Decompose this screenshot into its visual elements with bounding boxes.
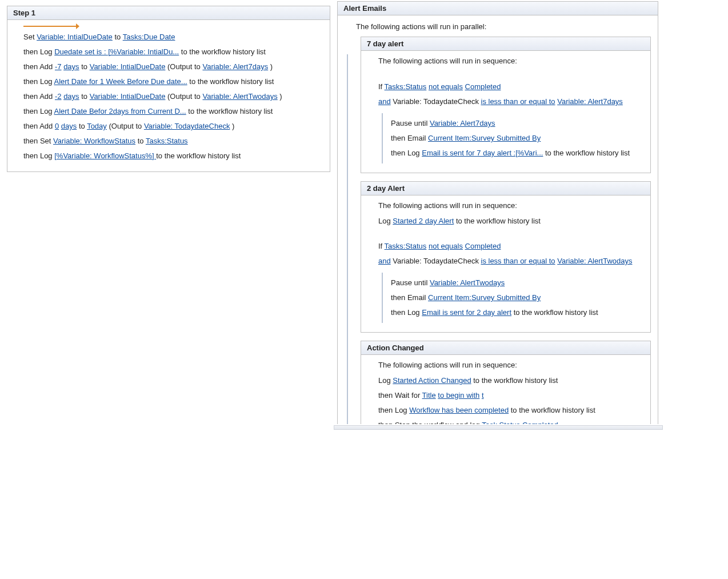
- bottom-divider: [334, 425, 663, 430]
- right-viewport: Alert Emails The following actions will …: [337, 1, 659, 424]
- action-log-2days[interactable]: then Log Alert Date Befor 2days from Cur…: [23, 106, 319, 117]
- seven-day-header[interactable]: 7 day alert: [361, 37, 650, 51]
- two-day-header[interactable]: 2 day Alert: [361, 182, 650, 195]
- two-email[interactable]: then Email Current Item:Survey Submitted…: [391, 292, 640, 304]
- action-log-workflow-status[interactable]: then Log [%Variable: WorkflowStatus%] to…: [23, 150, 319, 162]
- action-set-initial-due[interactable]: Set Variable: IntialDueDate to Tasks:Due…: [23, 31, 319, 43]
- ac-log-completed[interactable]: then Log Workflow has been completed to …: [378, 405, 640, 416]
- seven-log[interactable]: then Log Email is sent for 7 day alert :…: [391, 147, 640, 159]
- two-log[interactable]: then Log Email is sent for 2 day alert t…: [391, 307, 640, 318]
- alert-emails-title: Alert Emails: [343, 4, 386, 13]
- link-log-1[interactable]: Duedate set is : [%Variable: IntialDu...: [54, 47, 179, 56]
- seven-cond-2[interactable]: and Variable: TodaydateCheck is less tha…: [378, 96, 640, 107]
- action-add-minus-2[interactable]: then Add -2 days to Variable: IntialDueD…: [23, 91, 319, 102]
- ac-log-start[interactable]: Log Started Action Changed to the workfl…: [378, 375, 640, 386]
- seven-pause[interactable]: Pause until Variable: Alert7days: [391, 118, 640, 129]
- two-pause[interactable]: Pause until Variable: AlertTwodays: [391, 277, 640, 289]
- two-cond-1[interactable]: If Tasks:Status not equals Completed: [378, 241, 640, 252]
- action-changed-panel: Action Changed The following actions wil…: [361, 341, 651, 424]
- parallel-note: The following actions will run in parall…: [356, 22, 651, 31]
- link-var-initial-due[interactable]: Variable: IntialDueDate: [37, 33, 113, 41]
- ac-wait-for[interactable]: then Wait for Title to begin with t: [378, 390, 640, 401]
- seven-cond-1[interactable]: If Tasks:Status not equals Completed: [378, 81, 640, 93]
- seven-email[interactable]: then Email Current Item:Survey Submitted…: [391, 133, 640, 144]
- ac-seq-note: The following actions will run in sequen…: [378, 361, 640, 369]
- action-add-0-today[interactable]: then Add 0 days to Today (Output to Vari…: [23, 121, 319, 132]
- action-log-duedate[interactable]: then Log Duedate set is : [%Variable: In…: [23, 46, 319, 58]
- seven-inner-block: Pause until Variable: Alert7days then Em…: [382, 113, 640, 163]
- alert-emails-panel: Alert Emails The following actions will …: [337, 1, 658, 424]
- step1-panel: Step 1 Set Variable: IntialDueDate to Ta…: [7, 6, 330, 172]
- action-changed-header[interactable]: Action Changed: [361, 341, 650, 355]
- link-tasks-due-date[interactable]: Tasks:Due Date: [123, 33, 175, 41]
- parallel-bracket: [343, 54, 351, 424]
- insertion-caret[interactable]: [23, 25, 319, 28]
- two-cond-2[interactable]: and Variable: TodaydateCheck is less tha…: [378, 255, 640, 267]
- action-set-workflow-status[interactable]: then Set Variable: WorkflowStatus to Tas…: [23, 135, 319, 147]
- two-inner-block: Pause until Variable: AlertTwodays then …: [382, 273, 640, 323]
- action-log-1week[interactable]: then Log Alert Date for 1 Week Before Du…: [23, 76, 319, 87]
- seven-seq-note: The following actions will run in sequen…: [378, 57, 640, 65]
- two-day-panel: 2 day Alert The following actions will r…: [361, 181, 651, 333]
- action-add-minus-7[interactable]: then Add -7 days to Variable: IntialDueD…: [23, 61, 319, 73]
- two-seq-note: The following actions will run in sequen…: [378, 201, 640, 210]
- step1-header[interactable]: Step 1: [7, 6, 330, 20]
- seven-day-panel: 7 day alert The following actions will r…: [361, 37, 651, 173]
- step1-title: Step 1: [13, 9, 35, 17]
- ac-stop-workflow[interactable]: then Stop the workflow and log Task Stat…: [378, 420, 640, 424]
- two-pre-log[interactable]: Log Started 2 day Alert to the workflow …: [378, 215, 640, 227]
- alert-emails-header[interactable]: Alert Emails: [338, 2, 658, 15]
